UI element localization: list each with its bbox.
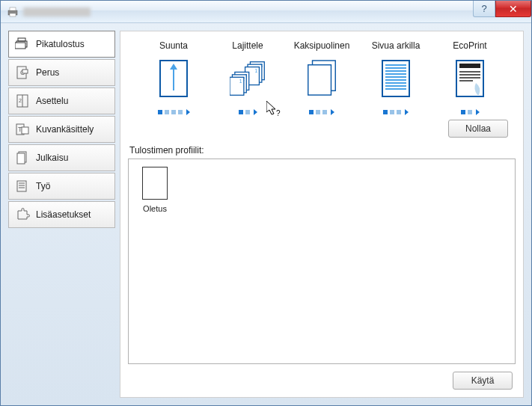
sidebar-item-julkaisu[interactable]: Julkaisu bbox=[8, 144, 115, 171]
svg-text:1: 1 bbox=[239, 79, 242, 84]
sidebar-item-label: Asettelu bbox=[36, 96, 68, 106]
pages-icon bbox=[15, 150, 30, 165]
svg-rect-5 bbox=[15, 43, 25, 49]
sidebar-item-label: Pikatulostus bbox=[36, 39, 85, 49]
nup-icon[interactable] bbox=[378, 57, 414, 100]
layout-icon: 2 bbox=[15, 93, 30, 108]
option-lajittele: Lajittele 3 2 1 3 2 1 bbox=[214, 40, 281, 115]
svg-rect-8 bbox=[22, 70, 28, 73]
svg-rect-16 bbox=[17, 153, 25, 164]
window-title bbox=[23, 7, 91, 16]
option-suunta: Suunta bbox=[140, 40, 207, 115]
svg-rect-4 bbox=[18, 38, 25, 41]
sidebar-item-label: Perus bbox=[36, 67, 59, 78]
sidebar-item-lisaasetukset[interactable]: Lisäasetukset bbox=[8, 201, 115, 228]
svg-text:2: 2 bbox=[19, 98, 22, 103]
profile-item[interactable]: Oletus bbox=[136, 167, 174, 213]
sidebar-item-label: Työ bbox=[36, 181, 50, 191]
svg-rect-17 bbox=[17, 181, 26, 191]
option-kaksipuolinen: Kaksipuolinen bbox=[288, 40, 355, 115]
image-t-icon: T bbox=[15, 122, 30, 137]
profiles-list: Oletus bbox=[128, 159, 516, 364]
main-panel: Suunta Lajittele bbox=[120, 31, 524, 398]
option-ecoprint: EcoPrint bbox=[436, 40, 504, 115]
duplex-icon[interactable] bbox=[304, 57, 340, 100]
printer-stack-icon bbox=[15, 37, 30, 52]
titlebar: ? ✕ bbox=[1, 1, 531, 23]
option-label: Lajittele bbox=[232, 40, 263, 51]
profile-name: Oletus bbox=[143, 204, 167, 213]
reset-button[interactable]: Nollaa bbox=[448, 120, 508, 138]
close-button[interactable]: ✕ bbox=[495, 1, 531, 17]
svg-rect-2 bbox=[10, 13, 16, 16]
apply-button[interactable]: Käytä bbox=[453, 372, 513, 390]
svg-rect-49 bbox=[459, 64, 480, 68]
svg-text:1: 1 bbox=[254, 68, 257, 73]
help-button[interactable]: ? bbox=[473, 1, 495, 17]
svg-rect-38 bbox=[382, 61, 409, 96]
option-label: Sivua arkilla bbox=[372, 40, 421, 51]
printer-icon bbox=[7, 6, 19, 18]
sidebar: Pikatulostus C Perus 2 Asettelu T Kuvank… bbox=[8, 31, 115, 398]
job-icon bbox=[15, 179, 30, 194]
option-pager[interactable] bbox=[158, 109, 190, 115]
sidebar-item-tyo[interactable]: Työ bbox=[8, 173, 115, 200]
sidebar-item-label: Lisäasetukset bbox=[36, 209, 91, 220]
sidebar-item-perus[interactable]: C Perus bbox=[8, 59, 115, 86]
option-pager[interactable] bbox=[309, 109, 334, 115]
option-label: Kaksipuolinen bbox=[294, 40, 350, 51]
option-label: EcoPrint bbox=[453, 40, 486, 51]
ecoprint-icon[interactable] bbox=[452, 57, 488, 100]
page-c-icon: C bbox=[15, 65, 30, 80]
print-preferences-window: ? ✕ Pikatulostus C Perus 2 Asett bbox=[0, 0, 532, 406]
sidebar-item-kuvankasittely[interactable]: T Kuvankäsittely bbox=[8, 116, 115, 143]
content-area: Pikatulostus C Perus 2 Asettelu T Kuvank… bbox=[1, 23, 531, 405]
svg-rect-14 bbox=[22, 127, 28, 134]
sidebar-item-pikatulostus[interactable]: Pikatulostus bbox=[8, 31, 115, 58]
option-pager[interactable] bbox=[461, 109, 480, 115]
svg-rect-37 bbox=[308, 65, 331, 95]
profile-thumbnail-icon bbox=[142, 167, 168, 200]
orientation-icon[interactable] bbox=[156, 57, 192, 100]
option-sivua-arkilla: Sivua arkilla bbox=[362, 40, 429, 115]
option-label: Suunta bbox=[159, 40, 188, 51]
quick-options-row: Suunta Lajittele bbox=[128, 37, 516, 115]
collate-icon[interactable]: 3 2 1 3 2 1 bbox=[230, 57, 266, 100]
option-pager[interactable] bbox=[383, 109, 409, 115]
sidebar-item-label: Julkaisu bbox=[36, 153, 68, 163]
option-pager[interactable] bbox=[239, 109, 257, 115]
puzzle-icon bbox=[15, 207, 30, 222]
sidebar-item-asettelu[interactable]: 2 Asettelu bbox=[8, 87, 115, 114]
profiles-label: Tulostimen profiilit: bbox=[129, 145, 516, 156]
svg-rect-1 bbox=[10, 7, 16, 10]
sidebar-item-label: Kuvankäsittely bbox=[36, 124, 94, 135]
